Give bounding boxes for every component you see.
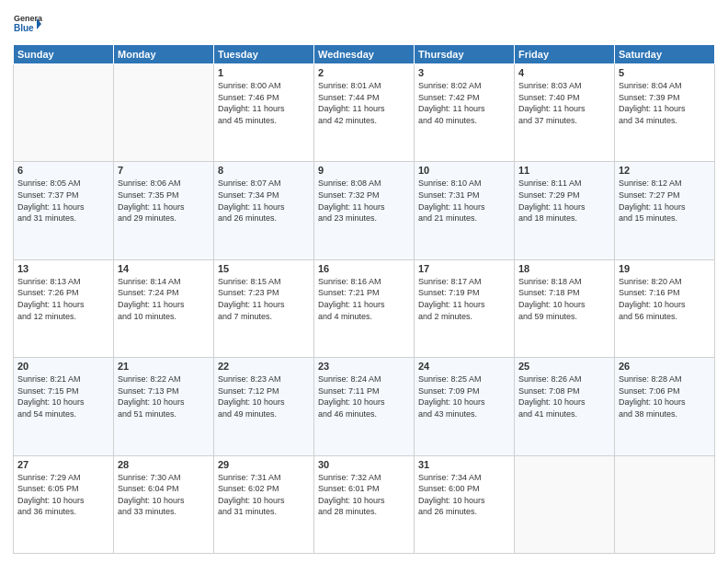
calendar-cell: 1Sunrise: 8:00 AM Sunset: 7:46 PM Daylig… — [214, 64, 314, 162]
day-info: Sunrise: 8:23 AM Sunset: 7:12 PM Dayligh… — [218, 373, 310, 419]
calendar-cell — [515, 455, 615, 553]
calendar-cell — [14, 64, 114, 162]
day-number: 7 — [118, 165, 210, 176]
day-info: Sunrise: 8:18 AM Sunset: 7:18 PM Dayligh… — [518, 276, 610, 322]
day-info: Sunrise: 7:29 AM Sunset: 6:05 PM Dayligh… — [17, 472, 109, 518]
day-number: 30 — [318, 459, 410, 470]
calendar-cell: 28Sunrise: 7:30 AM Sunset: 6:04 PM Dayli… — [114, 455, 214, 553]
day-info: Sunrise: 8:01 AM Sunset: 7:44 PM Dayligh… — [318, 80, 410, 126]
calendar-cell — [114, 64, 214, 162]
day-info: Sunrise: 8:28 AM Sunset: 7:06 PM Dayligh… — [619, 373, 711, 419]
weekday-tuesday: Tuesday — [214, 45, 314, 64]
day-number: 21 — [118, 361, 210, 372]
calendar-cell: 3Sunrise: 8:02 AM Sunset: 7:42 PM Daylig… — [415, 64, 515, 162]
day-number: 9 — [318, 165, 410, 176]
day-number: 14 — [118, 263, 210, 274]
day-number: 31 — [418, 459, 510, 470]
day-info: Sunrise: 8:26 AM Sunset: 7:08 PM Dayligh… — [518, 373, 610, 419]
calendar-cell: 16Sunrise: 8:16 AM Sunset: 7:21 PM Dayli… — [314, 259, 415, 357]
day-number: 28 — [118, 459, 210, 470]
day-number: 24 — [418, 361, 510, 372]
week-row-2: 13Sunrise: 8:13 AM Sunset: 7:26 PM Dayli… — [14, 259, 715, 357]
header: General Blue — [13, 9, 715, 39]
day-info: Sunrise: 8:20 AM Sunset: 7:16 PM Dayligh… — [619, 276, 711, 322]
day-info: Sunrise: 8:00 AM Sunset: 7:46 PM Dayligh… — [218, 80, 310, 126]
calendar-cell: 18Sunrise: 8:18 AM Sunset: 7:18 PM Dayli… — [515, 259, 615, 357]
day-number: 29 — [218, 459, 310, 470]
day-number: 11 — [518, 165, 610, 176]
day-number: 25 — [518, 361, 610, 372]
day-number: 26 — [619, 361, 711, 372]
day-info: Sunrise: 7:31 AM Sunset: 6:02 PM Dayligh… — [218, 472, 310, 518]
day-info: Sunrise: 8:10 AM Sunset: 7:31 PM Dayligh… — [418, 178, 510, 224]
svg-text:Blue: Blue — [14, 23, 34, 33]
calendar-cell: 6Sunrise: 8:05 AM Sunset: 7:37 PM Daylig… — [14, 162, 114, 259]
day-number: 12 — [619, 165, 711, 176]
day-info: Sunrise: 8:12 AM Sunset: 7:27 PM Dayligh… — [619, 178, 711, 224]
calendar-cell: 8Sunrise: 8:07 AM Sunset: 7:34 PM Daylig… — [214, 162, 314, 259]
day-info: Sunrise: 8:03 AM Sunset: 7:40 PM Dayligh… — [518, 80, 610, 126]
calendar-cell: 31Sunrise: 7:34 AM Sunset: 6:00 PM Dayli… — [415, 455, 515, 553]
page-container: General Blue SundayMondayTuesdayWednesda… — [0, 0, 728, 563]
day-number: 23 — [318, 361, 410, 372]
day-number: 18 — [518, 263, 610, 274]
day-info: Sunrise: 8:05 AM Sunset: 7:37 PM Dayligh… — [17, 178, 109, 224]
calendar-cell: 11Sunrise: 8:11 AM Sunset: 7:29 PM Dayli… — [515, 162, 615, 259]
weekday-sunday: Sunday — [14, 45, 114, 64]
calendar-body: 1Sunrise: 8:00 AM Sunset: 7:46 PM Daylig… — [14, 64, 715, 554]
day-number: 8 — [218, 165, 310, 176]
day-info: Sunrise: 7:30 AM Sunset: 6:04 PM Dayligh… — [118, 472, 210, 518]
calendar-cell: 4Sunrise: 8:03 AM Sunset: 7:40 PM Daylig… — [515, 64, 615, 162]
calendar-cell: 7Sunrise: 8:06 AM Sunset: 7:35 PM Daylig… — [114, 162, 214, 259]
day-number: 6 — [17, 165, 109, 176]
day-info: Sunrise: 8:07 AM Sunset: 7:34 PM Dayligh… — [218, 178, 310, 224]
calendar-cell: 22Sunrise: 8:23 AM Sunset: 7:12 PM Dayli… — [214, 358, 314, 455]
weekday-monday: Monday — [114, 45, 214, 64]
weekday-header-row: SundayMondayTuesdayWednesdayThursdayFrid… — [14, 45, 715, 64]
calendar-cell: 13Sunrise: 8:13 AM Sunset: 7:26 PM Dayli… — [14, 259, 114, 357]
day-number: 2 — [318, 67, 410, 78]
week-row-0: 1Sunrise: 8:00 AM Sunset: 7:46 PM Daylig… — [14, 64, 715, 162]
day-number: 3 — [418, 67, 510, 78]
weekday-thursday: Thursday — [415, 45, 515, 64]
day-info: Sunrise: 8:16 AM Sunset: 7:21 PM Dayligh… — [318, 276, 410, 322]
calendar-cell: 25Sunrise: 8:26 AM Sunset: 7:08 PM Dayli… — [515, 358, 615, 455]
day-info: Sunrise: 8:14 AM Sunset: 7:24 PM Dayligh… — [118, 276, 210, 322]
day-info: Sunrise: 8:02 AM Sunset: 7:42 PM Dayligh… — [418, 80, 510, 126]
day-number: 27 — [17, 459, 109, 470]
day-info: Sunrise: 7:32 AM Sunset: 6:01 PM Dayligh… — [318, 472, 410, 518]
calendar-cell: 19Sunrise: 8:20 AM Sunset: 7:16 PM Dayli… — [615, 259, 715, 357]
calendar-cell: 17Sunrise: 8:17 AM Sunset: 7:19 PM Dayli… — [415, 259, 515, 357]
weekday-wednesday: Wednesday — [314, 45, 415, 64]
calendar-cell — [615, 455, 715, 553]
day-number: 5 — [619, 67, 711, 78]
week-row-1: 6Sunrise: 8:05 AM Sunset: 7:37 PM Daylig… — [14, 162, 715, 259]
calendar-cell: 12Sunrise: 8:12 AM Sunset: 7:27 PM Dayli… — [615, 162, 715, 259]
day-info: Sunrise: 8:25 AM Sunset: 7:09 PM Dayligh… — [418, 373, 510, 419]
logo: General Blue — [13, 9, 42, 39]
weekday-saturday: Saturday — [615, 45, 715, 64]
day-info: Sunrise: 8:15 AM Sunset: 7:23 PM Dayligh… — [218, 276, 310, 322]
day-info: Sunrise: 8:08 AM Sunset: 7:32 PM Dayligh… — [318, 178, 410, 224]
calendar-cell: 29Sunrise: 7:31 AM Sunset: 6:02 PM Dayli… — [214, 455, 314, 553]
day-info: Sunrise: 8:21 AM Sunset: 7:15 PM Dayligh… — [17, 373, 109, 419]
calendar-cell: 20Sunrise: 8:21 AM Sunset: 7:15 PM Dayli… — [14, 358, 114, 455]
calendar-table: SundayMondayTuesdayWednesdayThursdayFrid… — [13, 44, 715, 554]
calendar-cell: 5Sunrise: 8:04 AM Sunset: 7:39 PM Daylig… — [615, 64, 715, 162]
day-info: Sunrise: 8:04 AM Sunset: 7:39 PM Dayligh… — [619, 80, 711, 126]
calendar-cell: 14Sunrise: 8:14 AM Sunset: 7:24 PM Dayli… — [114, 259, 214, 357]
day-number: 15 — [218, 263, 310, 274]
calendar-cell: 2Sunrise: 8:01 AM Sunset: 7:44 PM Daylig… — [314, 64, 415, 162]
week-row-4: 27Sunrise: 7:29 AM Sunset: 6:05 PM Dayli… — [14, 455, 715, 553]
day-number: 1 — [218, 67, 310, 78]
calendar-cell: 10Sunrise: 8:10 AM Sunset: 7:31 PM Dayli… — [415, 162, 515, 259]
calendar-cell: 21Sunrise: 8:22 AM Sunset: 7:13 PM Dayli… — [114, 358, 214, 455]
day-number: 19 — [619, 263, 711, 274]
calendar-cell: 27Sunrise: 7:29 AM Sunset: 6:05 PM Dayli… — [14, 455, 114, 553]
day-info: Sunrise: 8:17 AM Sunset: 7:19 PM Dayligh… — [418, 276, 510, 322]
day-info: Sunrise: 7:34 AM Sunset: 6:00 PM Dayligh… — [418, 472, 510, 518]
logo-svg: General Blue — [13, 9, 42, 39]
day-number: 10 — [418, 165, 510, 176]
calendar-cell: 15Sunrise: 8:15 AM Sunset: 7:23 PM Dayli… — [214, 259, 314, 357]
calendar-cell: 30Sunrise: 7:32 AM Sunset: 6:01 PM Dayli… — [314, 455, 415, 553]
